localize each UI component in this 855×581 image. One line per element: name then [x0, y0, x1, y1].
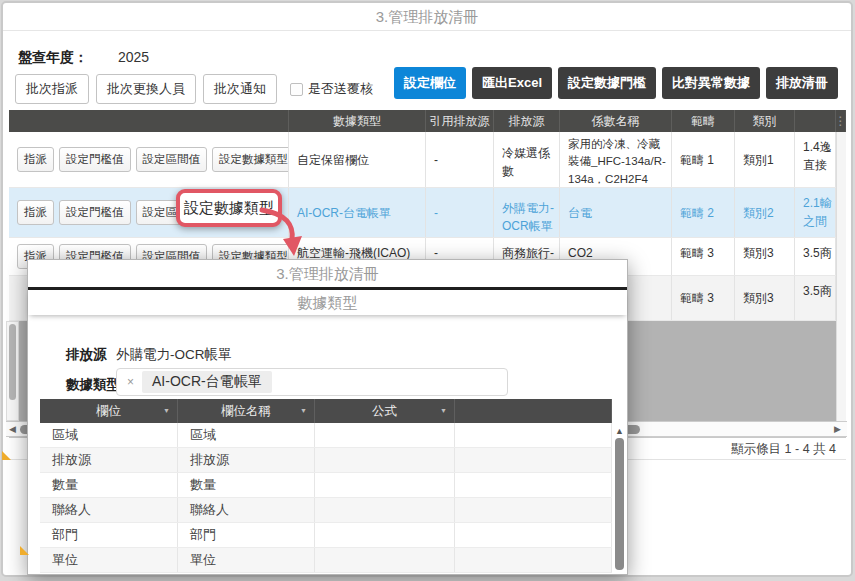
inventory-year-value: 2025 — [118, 49, 149, 65]
field-row: 聯絡人 聯絡人 — [40, 498, 612, 523]
scroll-right-icon[interactable]: ▶ — [834, 424, 841, 434]
field-table-header: 欄位 ▼ 欄位名稱 ▼ 公式 ▼ — [40, 399, 612, 423]
blank-cell — [455, 473, 612, 497]
page-title: 3.管理排放清冊 — [3, 3, 851, 31]
header-blank — [455, 399, 612, 423]
filter-icon[interactable]: ▼ — [163, 407, 170, 414]
app-window: 3.管理排放清冊 盤查年度： 2025 批次指派 批次更換人員 批次通知 是否送… — [0, 0, 855, 581]
header-category: 類別 — [735, 110, 795, 132]
field-cell: 聯絡人 — [40, 498, 178, 522]
data-type-input[interactable]: × AI-OCR-台電帳單 — [116, 368, 508, 396]
cell-scope: 範疇 3 — [672, 238, 735, 275]
field-cell: 排放源 — [40, 448, 178, 472]
cell-ref-source: - — [426, 132, 494, 187]
header-field-name-label: 欄位名稱 — [221, 403, 271, 420]
cell-ref-source: - — [426, 188, 494, 237]
set-columns-button[interactable]: 設定欄位 — [394, 67, 466, 99]
cell-scope: 範疇 2 — [672, 188, 735, 237]
batch-replace-person-button[interactable]: 批次更換人員 — [96, 74, 196, 104]
header-data-type: 數據類型 — [289, 110, 426, 132]
set-data-type-button[interactable]: 設定數據類型 — [212, 147, 289, 172]
blank-cell — [455, 523, 612, 547]
set-threshold-button[interactable]: 設定門檻值 — [59, 147, 131, 172]
header-more: ⋮ — [836, 110, 846, 132]
field-row: 部門 部門 — [40, 523, 612, 548]
blank-cell — [455, 448, 612, 472]
data-type-modal: 3.管理排放清冊 數據類型 排放源 外購電力-OCR帳單 數據類型 × AI-O… — [27, 259, 628, 575]
cell-scope: 範疇 1 — [672, 132, 735, 187]
review-checkbox-label: 是否送覆核 — [308, 80, 373, 98]
left-vertical-scrollbar[interactable] — [6, 321, 19, 421]
batch-toolbar: 批次指派 批次更換人員 批次通知 是否送覆核 — [15, 74, 373, 104]
batch-assign-button[interactable]: 批次指派 — [15, 74, 89, 104]
header-actions — [9, 110, 289, 132]
row-actions-cell: 指派 設定門檻值 設定區間值 設定數據類型 — [9, 132, 289, 187]
cell-scope: 範疇 3 — [672, 276, 735, 320]
filter-icon[interactable]: ▼ — [440, 407, 447, 414]
cell-category: 類別3 — [735, 238, 795, 275]
header-source: 排放源 — [494, 110, 560, 132]
annotation-arrow-icon — [248, 198, 308, 260]
header-formula[interactable]: 公式 ▼ — [315, 399, 455, 423]
blank-cell — [455, 548, 612, 572]
table-vertical-scrollbar[interactable] — [836, 132, 846, 421]
emission-inventory-button[interactable]: 排放清冊 — [766, 67, 838, 99]
field-row: 數量 數量 — [40, 473, 612, 498]
set-interval-button[interactable]: 設定區間值 — [136, 147, 208, 172]
table-row-selected: 指派 設定門檻值 設定區間值 AI-OCR-台電帳單 - 外購電力-OCR帳單 … — [9, 188, 846, 238]
field-name-cell: 排放源 — [178, 448, 315, 472]
corner-marker-icon — [20, 546, 29, 555]
field-row: 區域 區域 — [40, 423, 612, 448]
set-data-threshold-button[interactable]: 設定數據門檻 — [558, 67, 656, 99]
set-threshold-button[interactable]: 設定門檻值 — [59, 200, 131, 225]
scroll-left-icon[interactable]: ◀ — [9, 424, 16, 434]
cell-extra: 1.4逸 直接 — [795, 132, 836, 187]
cell-extra: 2.1輸 之間 — [795, 188, 836, 237]
field-cell: 數量 — [40, 473, 178, 497]
field-name-cell: 單位 — [178, 548, 315, 572]
field-name-cell: 聯絡人 — [178, 498, 315, 522]
field-name-cell: 數量 — [178, 473, 315, 497]
cell-coef-name: 家用的冷凍、冷藏裝備_HFC-134a/R-134a，C2H2F4 — [560, 132, 672, 187]
batch-notify-button[interactable]: 批次通知 — [203, 74, 277, 104]
assign-button[interactable]: 指派 — [17, 200, 54, 225]
review-checkbox[interactable] — [290, 83, 303, 96]
field-table: 欄位 ▼ 欄位名稱 ▼ 公式 ▼ 區域 區域 排放 — [40, 399, 612, 573]
filter-icon[interactable]: ▼ — [300, 407, 307, 414]
field-cell: 區域 — [40, 423, 178, 447]
field-name-cell: 部門 — [178, 523, 315, 547]
cell-extra: 3.5商 — [795, 238, 836, 275]
field-row: 排放源 排放源 — [40, 448, 612, 473]
header-field[interactable]: 欄位 ▼ — [40, 399, 178, 423]
blank-cell — [455, 498, 612, 522]
cell-data-type: AI-OCR-台電帳單 — [289, 188, 426, 237]
corner-marker-icon — [2, 451, 11, 460]
header-coef-name: 係數名稱 — [560, 110, 672, 132]
header-ref-source: 引用排放源 — [426, 110, 494, 132]
header-scope: 範疇 — [672, 110, 735, 132]
table-row: 指派 設定門檻值 設定區間值 設定數據類型 自定保留欄位 - 冷媒選係數 家用的… — [9, 132, 846, 188]
field-name-cell: 區域 — [178, 423, 315, 447]
inventory-year: 盤查年度： 2025 — [18, 49, 149, 67]
left-vertical-scrollbar-thumb[interactable] — [9, 324, 16, 400]
data-type-tag: AI-OCR-台電帳單 — [142, 371, 272, 393]
cell-category: 類別1 — [735, 132, 795, 187]
inventory-year-label: 盤查年度： — [18, 49, 88, 65]
action-toolbar: 設定欄位 匯出Excel 設定數據門檻 比對異常數據 排放清冊 — [394, 67, 838, 99]
formula-cell — [315, 423, 455, 447]
remove-tag-icon[interactable]: × — [127, 375, 134, 389]
header-field-name[interactable]: 欄位名稱 ▼ — [178, 399, 315, 423]
modal-subtitle: 數據類型 — [28, 290, 627, 315]
scroll-up-icon[interactable]: ▲ — [615, 426, 624, 436]
cell-source: 冷媒選係數 — [494, 132, 560, 187]
compare-anomaly-button[interactable]: 比對異常數據 — [662, 67, 760, 99]
header-formula-label: 公式 — [372, 403, 397, 420]
blank-cell — [455, 423, 612, 447]
modal-source-label: 排放源 — [66, 346, 107, 364]
modal-source-value: 外購電力-OCR帳單 — [116, 346, 232, 364]
modal-scrollbar-thumb[interactable] — [615, 438, 624, 570]
assign-button[interactable]: 指派 — [17, 147, 54, 172]
export-excel-button[interactable]: 匯出Excel — [472, 67, 552, 99]
header-extra — [795, 110, 836, 132]
modal-data-type-label: 數據類型 — [66, 376, 120, 394]
